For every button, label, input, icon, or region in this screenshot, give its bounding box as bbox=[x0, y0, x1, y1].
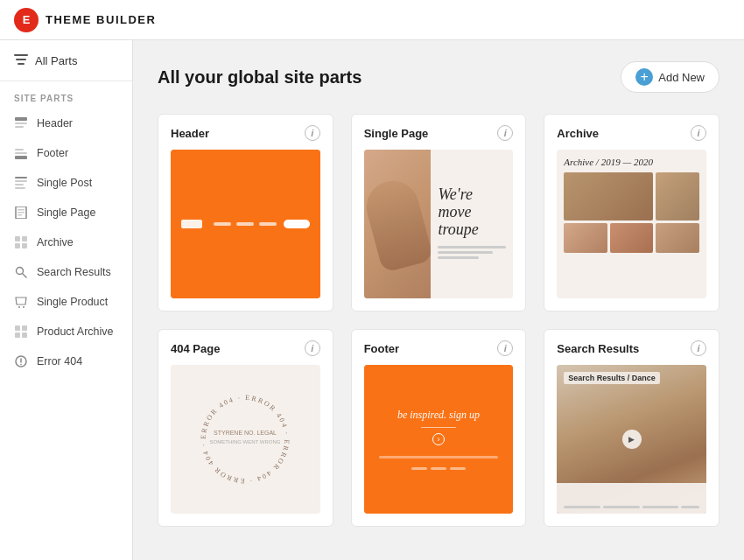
card-404-bar: 404 Page i bbox=[158, 330, 333, 365]
svg-rect-17 bbox=[15, 236, 20, 242]
single-page-preview: We'removetroupe bbox=[364, 150, 514, 298]
svg-rect-12 bbox=[15, 187, 25, 189]
svg-rect-20 bbox=[22, 243, 27, 248]
card-footer: Footer i be inspired. sign up › bbox=[351, 329, 527, 527]
sidebar-item-single-product[interactable]: Single Product bbox=[0, 287, 132, 317]
product-archive-icon bbox=[14, 325, 28, 339]
card-archive-title: Archive bbox=[557, 127, 599, 140]
archive-cell-2 bbox=[656, 172, 699, 220]
sidebar-item-archive-label: Archive bbox=[37, 236, 74, 248]
add-new-label: Add New bbox=[658, 71, 705, 84]
svg-text:STYRENE NO. LEGAL: STYRENE NO. LEGAL bbox=[214, 430, 277, 436]
card-archive: Archive i Archive / 2019 — 2020 bbox=[544, 114, 719, 312]
card-archive-preview[interactable]: Archive / 2019 — 2020 bbox=[557, 150, 706, 298]
card-single-page: Single Page i We'removetroupe bbox=[351, 114, 527, 312]
card-header-info-icon[interactable]: i bbox=[305, 125, 320, 141]
sidebar-item-single-page[interactable]: Single Page bbox=[0, 198, 132, 228]
header-icon bbox=[14, 116, 28, 130]
card-header: Header i bbox=[158, 114, 333, 312]
svg-rect-6 bbox=[15, 156, 27, 159]
svg-rect-14 bbox=[18, 209, 25, 211]
sidebar-item-product-archive[interactable]: Product Archive bbox=[0, 317, 132, 346]
sp-text-line-3 bbox=[438, 256, 479, 259]
cards-grid: Header i bbox=[158, 114, 719, 527]
sp-text-line-2 bbox=[438, 251, 492, 254]
footer-line bbox=[421, 427, 456, 428]
sidebar-item-archive[interactable]: Archive bbox=[0, 228, 132, 257]
svg-point-31 bbox=[20, 364, 22, 366]
preview-404-circle: ERROR 404 · ERROR 404 · ERROR 404 · ERRO… bbox=[193, 387, 298, 492]
footer-bottom-dot-1 bbox=[411, 467, 427, 470]
footer-sub-bar bbox=[379, 456, 499, 458]
svg-point-21 bbox=[17, 268, 24, 275]
svg-rect-3 bbox=[15, 117, 27, 121]
header-preview-nav bbox=[214, 222, 277, 226]
svg-rect-8 bbox=[15, 149, 24, 150]
card-archive-info-icon[interactable]: i bbox=[691, 125, 706, 141]
app-title: THEME BUILDER bbox=[46, 13, 156, 26]
card-search-results-info-icon[interactable]: i bbox=[691, 340, 706, 356]
preview-404: ERROR 404 · ERROR 404 · ERROR 404 · ERRO… bbox=[171, 365, 320, 514]
elementor-icon: E bbox=[14, 8, 39, 32]
header-preview-bar bbox=[171, 150, 320, 298]
layout: All Parts SITE PARTS Header Footer Singl… bbox=[0, 40, 744, 560]
card-footer-info-icon[interactable]: i bbox=[497, 340, 513, 356]
sidebar: All Parts SITE PARTS Header Footer Singl… bbox=[0, 40, 133, 560]
svg-point-23 bbox=[18, 306, 20, 308]
sidebar-item-search-results-label: Search Results bbox=[37, 266, 111, 278]
sr-bottom-lines bbox=[564, 506, 699, 508]
archive-cell-4 bbox=[610, 223, 654, 253]
sr-line-4 bbox=[681, 506, 699, 508]
archive-title-text: Archive / 2019 — 2020 bbox=[564, 157, 699, 167]
card-archive-bar: Archive i bbox=[544, 115, 719, 150]
sp-text-line-1 bbox=[438, 246, 506, 248]
sidebar-all-parts[interactable]: All Parts bbox=[0, 40, 132, 81]
sp-title-text: We'removetroupe bbox=[438, 186, 506, 238]
card-footer-preview[interactable]: be inspired. sign up › bbox=[364, 365, 514, 514]
card-single-page-info-icon[interactable]: i bbox=[497, 125, 513, 141]
sidebar-item-single-post[interactable]: Single Post bbox=[0, 168, 132, 198]
card-footer-bar: Footer i bbox=[352, 330, 526, 365]
footer-bottom-dot-3 bbox=[450, 467, 466, 470]
svg-rect-18 bbox=[22, 236, 27, 242]
sr-line-2 bbox=[603, 506, 640, 508]
card-single-page-preview[interactable]: We'removetroupe bbox=[364, 150, 514, 298]
svg-rect-10 bbox=[15, 180, 27, 182]
svg-rect-0 bbox=[14, 54, 28, 56]
sidebar-item-header[interactable]: Header bbox=[0, 108, 132, 138]
svg-point-24 bbox=[23, 306, 25, 308]
sr-line-3 bbox=[642, 506, 679, 508]
card-header-preview[interactable] bbox=[171, 150, 320, 298]
svg-text:SOMETHING WENT WRONG: SOMETHING WENT WRONG bbox=[210, 439, 281, 444]
card-404-info-icon[interactable]: i bbox=[305, 340, 320, 356]
sr-image: Search Results / Dance ▶ bbox=[557, 365, 706, 514]
sidebar-item-single-page-label: Single Page bbox=[37, 206, 95, 219]
svg-text:ERROR 404 · ERROR 404 · ERROR : ERROR 404 · ERROR 404 · ERROR 404 · ERRO… bbox=[193, 387, 291, 485]
preview-search-results: Search Results / Dance ▶ bbox=[557, 365, 706, 514]
svg-rect-7 bbox=[15, 152, 27, 154]
single-page-icon bbox=[14, 206, 28, 220]
card-search-results-title: Search Results bbox=[557, 342, 639, 355]
sidebar-item-footer[interactable]: Footer bbox=[0, 138, 132, 168]
add-new-button[interactable]: + Add New bbox=[621, 61, 719, 93]
page-title: All your global site parts bbox=[158, 67, 361, 88]
card-search-results: Search Results i Search Results / Dance … bbox=[544, 329, 719, 527]
header-preview-button bbox=[284, 220, 310, 228]
sidebar-item-footer-label: Footer bbox=[37, 147, 68, 159]
card-404-preview[interactable]: ERROR 404 · ERROR 404 · ERROR 404 · ERRO… bbox=[171, 365, 320, 514]
sidebar-item-search-results[interactable]: Search Results bbox=[0, 257, 132, 287]
svg-rect-28 bbox=[22, 332, 27, 338]
topbar: E THEME BUILDER bbox=[0, 0, 744, 40]
card-header-bar: Header i bbox=[158, 115, 333, 150]
sidebar-item-single-post-label: Single Post bbox=[37, 177, 92, 189]
filter-icon bbox=[14, 52, 28, 68]
preview-footer: be inspired. sign up › bbox=[364, 365, 514, 514]
sidebar-item-error-404[interactable]: Error 404 bbox=[0, 346, 132, 376]
card-footer-title: Footer bbox=[364, 342, 399, 355]
svg-rect-4 bbox=[15, 122, 27, 124]
svg-rect-25 bbox=[15, 326, 20, 331]
archive-preview: Archive / 2019 — 2020 bbox=[557, 150, 706, 298]
archive-cell-5 bbox=[656, 223, 699, 253]
error-404-icon bbox=[14, 354, 28, 368]
card-search-results-preview[interactable]: Search Results / Dance ▶ bbox=[557, 365, 706, 514]
